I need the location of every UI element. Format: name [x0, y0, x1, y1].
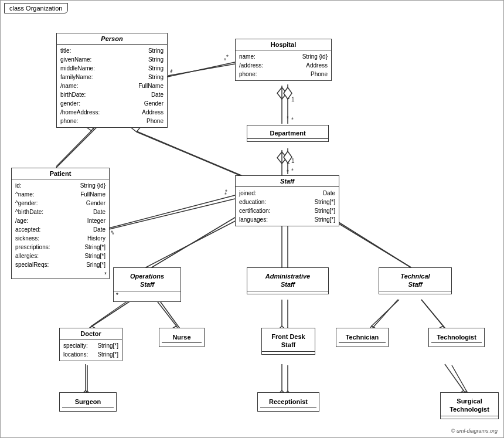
svg-line-18 — [152, 210, 247, 267]
copyright-text: © uml-diagrams.org — [451, 428, 498, 434]
front-desk-staff-class: Front DeskStaff — [261, 328, 315, 355]
staff-title: Staff — [236, 176, 339, 187]
staff-attrs: joined:Date education:String[*] certific… — [236, 187, 339, 226]
patient-title: Patient — [12, 168, 109, 179]
technical-staff-class: TechnicalStaff — [379, 267, 452, 294]
staff-class: Staff joined:Date education:String[*] ce… — [235, 175, 339, 226]
person-title: Person — [57, 33, 167, 45]
patient-class: Patient id:String {id} ^name:FullName ^g… — [11, 168, 110, 279]
svg-text:*: * — [224, 192, 227, 198]
administrative-staff-title: AdministrativeStaff — [247, 270, 328, 291]
svg-marker-4 — [277, 87, 287, 99]
svg-line-0 — [168, 62, 235, 77]
surgeon-class: Surgeon — [59, 392, 117, 412]
svg-line-15 — [109, 199, 235, 229]
svg-text:*: * — [171, 69, 173, 75]
svg-text:*: * — [287, 116, 289, 122]
svg-line-74 — [421, 300, 445, 328]
svg-line-72 — [373, 300, 398, 328]
svg-line-66 — [90, 300, 132, 328]
patient-attrs: id:String {id} ^name:FullName ^gender:Ge… — [12, 179, 109, 271]
svg-text:*: * — [170, 70, 172, 76]
svg-line-24 — [91, 300, 130, 326]
svg-line-38 — [445, 364, 464, 391]
receptionist-title: Receptionist — [260, 396, 316, 408]
svg-line-26 — [156, 300, 176, 326]
hospital-class: Hospital name:String {id} /address:Addre… — [235, 39, 332, 81]
svg-text:1: 1 — [287, 158, 290, 165]
technician-title: Technician — [339, 332, 386, 343]
svg-text:*: * — [291, 117, 294, 123]
svg-text:1: 1 — [291, 158, 295, 164]
svg-marker-47 — [284, 151, 292, 163]
surgical-technologist-class: SurgicalTechnologist — [440, 392, 499, 419]
uml-diagram: class Organization * * 1 * 1 * * * — [0, 0, 504, 438]
svg-line-11 — [56, 130, 94, 168]
nurse-class: Nurse — [159, 328, 205, 347]
doctor-class: Doctor specialty:String[*] locations:Str… — [59, 328, 122, 361]
diagram-title: class Organization — [4, 3, 68, 13]
person-attrs: title:String givenName:String middleName… — [57, 45, 167, 127]
surgical-technologist-title: SurgicalTechnologist — [441, 395, 498, 416]
svg-line-55 — [137, 132, 240, 175]
svg-marker-8 — [277, 152, 287, 164]
department-class: Department — [247, 125, 329, 142]
svg-line-57 — [109, 195, 235, 228]
svg-text:*: * — [224, 57, 226, 64]
svg-marker-43 — [284, 87, 292, 99]
doctor-attrs: specialty:String[*] locations:String[*] — [60, 339, 122, 361]
svg-line-50 — [168, 64, 235, 76]
front-desk-staff-title: Front DeskStaff — [262, 331, 315, 352]
receptionist-class: Receptionist — [257, 392, 319, 412]
technician-class: Technician — [336, 328, 389, 347]
svg-text:1: 1 — [291, 96, 295, 103]
person-class: Person title:String givenName:String mid… — [56, 33, 168, 128]
hospital-attrs: name:String {id} /address:Address phone:… — [236, 50, 331, 80]
svg-text:*: * — [287, 169, 289, 175]
operations-staff-class: OperationsStaff * — [113, 267, 181, 302]
surgeon-title: Surgeon — [62, 396, 114, 408]
svg-text:*: * — [111, 230, 113, 236]
operations-staff-title: OperationsStaff — [114, 270, 181, 291]
svg-line-80 — [452, 365, 466, 391]
administrative-staff-class: AdministrativeStaff — [247, 267, 329, 294]
svg-line-13 — [135, 131, 247, 178]
svg-text:*: * — [112, 232, 114, 238]
nurse-title: Nurse — [162, 332, 202, 343]
technologist-title: Technologist — [431, 332, 482, 343]
doctor-title: Doctor — [60, 328, 122, 339]
technical-staff-title: TechnicalStaff — [379, 270, 451, 291]
technologist-class: Technologist — [428, 328, 485, 347]
svg-text:1: 1 — [287, 94, 290, 100]
svg-line-53 — [56, 131, 91, 167]
department-title: Department — [247, 128, 328, 139]
svg-text:*: * — [225, 189, 227, 195]
svg-text:*: * — [291, 168, 294, 174]
svg-line-32 — [421, 300, 443, 326]
hospital-title: Hospital — [236, 39, 331, 50]
svg-text:*: * — [226, 54, 229, 60]
svg-line-30 — [372, 300, 399, 326]
svg-line-68 — [159, 300, 179, 328]
